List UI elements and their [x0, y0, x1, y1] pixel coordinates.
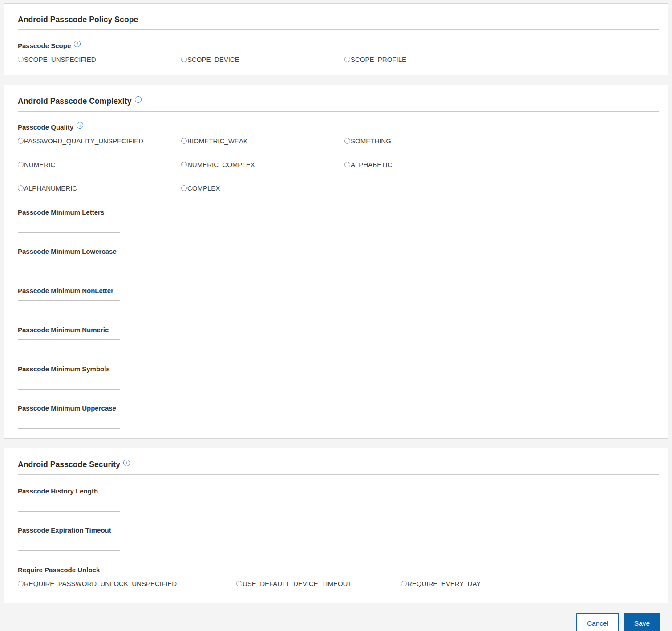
info-icon[interactable]: i	[77, 122, 83, 129]
info-icon[interactable]: i	[74, 41, 81, 47]
radio-numeric[interactable]: NUMERIC	[18, 161, 181, 168]
section-divider	[18, 111, 659, 112]
radio-label: NUMERIC	[24, 161, 55, 168]
radio-label: ALPHANUMERIC	[24, 184, 77, 192]
passcode-quality-label-row: Passcode Quality i	[18, 123, 659, 131]
section-passcode-policy-scope: Android Passcode Policy Scope Passcode S…	[4, 3, 668, 75]
field-passcode-minimum-uppercase: Passcode Minimum Uppercase	[18, 404, 659, 429]
radio-password-quality-unspecified[interactable]: PASSWORD_QUALITY_UNSPECIFIED	[18, 137, 181, 145]
info-icon[interactable]: i	[123, 460, 130, 466]
radio-circle-icon	[18, 185, 24, 191]
field-passcode-minimum-numeric: Passcode Minimum Numeric	[18, 326, 659, 350]
passcode-scope-options: SCOPE_UNSPECIFIED SCOPE_DEVICE SCOPE_PRO…	[18, 56, 659, 63]
radio-circle-icon	[344, 138, 350, 144]
radio-circle-icon	[344, 57, 350, 62]
radio-complex[interactable]: COMPLEX	[181, 184, 344, 192]
radio-label: BIOMETRIC_WEAK	[187, 137, 248, 145]
passcode-scope-label: Passcode Scope	[18, 42, 71, 49]
section-title-row: Android Passcode Security i	[18, 448, 659, 469]
radio-circle-icon	[18, 581, 24, 586]
radio-scope-unspecified[interactable]: SCOPE_UNSPECIFIED	[18, 56, 181, 63]
page: Android Passcode Policy Scope Passcode S…	[0, 0, 672, 631]
cancel-button[interactable]: Cancel	[576, 613, 619, 631]
radio-label: SCOPE_PROFILE	[351, 56, 406, 63]
radio-scope-device[interactable]: SCOPE_DEVICE	[181, 56, 344, 63]
passcode-minimum-symbols-input[interactable]	[18, 379, 120, 390]
radio-something[interactable]: SOMETHING	[344, 137, 659, 145]
radio-scope-profile[interactable]: SCOPE_PROFILE	[344, 56, 659, 63]
passcode-minimum-nonletter-label: Passcode Minimum NonLetter	[18, 287, 113, 294]
field-passcode-minimum-letters: Passcode Minimum Letters	[18, 208, 659, 233]
passcode-scope-label-row: Passcode Scope i	[18, 42, 659, 49]
info-icon[interactable]: i	[135, 96, 142, 103]
radio-numeric-complex[interactable]: NUMERIC_COMPLEX	[181, 161, 344, 168]
radio-circle-icon	[181, 57, 187, 62]
radio-circle-icon	[344, 162, 350, 167]
radio-require-password-unlock-unspecified[interactable]: REQUIRE_PASSWORD_UNLOCK_UNSPECIFIED	[18, 580, 236, 587]
section-title-passcode-security: Android Passcode Security	[18, 460, 120, 469]
radio-circle-icon	[401, 581, 407, 586]
passcode-minimum-symbols-label: Passcode Minimum Symbols	[18, 365, 110, 373]
section-passcode-complexity: Android Passcode Complexity i Passcode Q…	[4, 85, 668, 439]
radio-alphabetic[interactable]: ALPHABETIC	[344, 161, 659, 168]
field-passcode-minimum-symbols: Passcode Minimum Symbols	[18, 365, 659, 390]
save-button[interactable]: Save	[624, 613, 660, 631]
section-divider	[18, 29, 659, 30]
passcode-minimum-letters-label: Passcode Minimum Letters	[18, 208, 104, 216]
section-title-passcode-complexity: Android Passcode Complexity	[18, 97, 132, 106]
radio-label: COMPLEX	[187, 184, 220, 192]
section-title-row: Android Passcode Policy Scope	[18, 4, 659, 24]
passcode-quality-options: PASSWORD_QUALITY_UNSPECIFIED BIOMETRIC_W…	[18, 137, 659, 192]
field-passcode-minimum-nonletter: Passcode Minimum NonLetter	[18, 287, 659, 311]
radio-circle-icon	[181, 138, 187, 144]
radio-circle-icon	[181, 185, 187, 191]
section-passcode-security: Android Passcode Security i Passcode His…	[4, 448, 668, 603]
section-title-row: Android Passcode Complexity i	[18, 85, 659, 106]
radio-label: SCOPE_DEVICE	[187, 56, 239, 63]
require-passcode-unlock-label-row: Require Passcode Unlock	[18, 566, 659, 574]
section-title-passcode-policy-scope: Android Passcode Policy Scope	[18, 15, 138, 24]
radio-circle-icon	[181, 162, 187, 167]
radio-label: PASSWORD_QUALITY_UNSPECIFIED	[24, 137, 143, 145]
passcode-minimum-lowercase-label: Passcode Minimum Lowercase	[18, 248, 117, 255]
radio-use-default-device-timeout[interactable]: USE_DEFAULT_DEVICE_TIMEOUT	[236, 580, 401, 587]
passcode-minimum-uppercase-input[interactable]	[18, 418, 120, 429]
radio-circle-icon	[18, 57, 24, 62]
passcode-minimum-numeric-input[interactable]	[18, 339, 120, 350]
passcode-quality-label: Passcode Quality	[18, 123, 73, 131]
field-passcode-expiration-timeout: Passcode Expiration Timeout	[18, 526, 659, 551]
passcode-expiration-timeout-input[interactable]	[18, 540, 120, 551]
field-passcode-minimum-lowercase: Passcode Minimum Lowercase	[18, 248, 659, 272]
radio-require-every-day[interactable]: REQUIRE_EVERY_DAY	[401, 580, 659, 587]
require-passcode-unlock-label: Require Passcode Unlock	[18, 566, 100, 574]
passcode-expiration-timeout-label: Passcode Expiration Timeout	[18, 526, 111, 534]
radio-circle-icon	[18, 162, 24, 167]
radio-circle-icon	[236, 581, 242, 586]
passcode-minimum-letters-input[interactable]	[18, 222, 120, 233]
passcode-minimum-uppercase-label: Passcode Minimum Uppercase	[18, 404, 116, 412]
passcode-minimum-numeric-label: Passcode Minimum Numeric	[18, 326, 109, 334]
radio-label: NUMERIC_COMPLEX	[187, 161, 255, 168]
passcode-history-length-input[interactable]	[18, 501, 120, 512]
section-divider	[18, 474, 659, 475]
radio-label: ALPHABETIC	[351, 161, 392, 168]
radio-label: REQUIRE_PASSWORD_UNLOCK_UNSPECIFIED	[24, 580, 177, 587]
passcode-minimum-lowercase-input[interactable]	[18, 261, 120, 272]
footer-actions: Cancel Save	[4, 613, 668, 631]
radio-label: SOMETHING	[351, 137, 391, 145]
radio-circle-icon	[18, 138, 24, 144]
radio-label: REQUIRE_EVERY_DAY	[407, 580, 481, 587]
radio-biometric-weak[interactable]: BIOMETRIC_WEAK	[181, 137, 344, 145]
field-passcode-history-length: Passcode History Length	[18, 487, 659, 512]
radio-label: USE_DEFAULT_DEVICE_TIMEOUT	[243, 580, 352, 587]
radio-label: SCOPE_UNSPECIFIED	[24, 56, 96, 63]
passcode-minimum-nonletter-input[interactable]	[18, 300, 120, 311]
require-passcode-unlock-options: REQUIRE_PASSWORD_UNLOCK_UNSPECIFIED USE_…	[18, 580, 659, 587]
radio-alphanumeric[interactable]: ALPHANUMERIC	[18, 184, 181, 192]
passcode-history-length-label: Passcode History Length	[18, 487, 98, 495]
